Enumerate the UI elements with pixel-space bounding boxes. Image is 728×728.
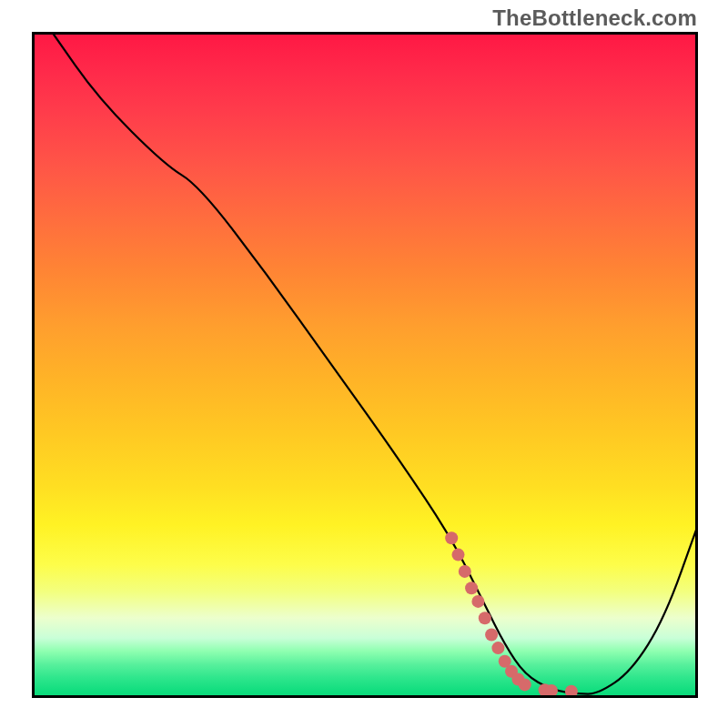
plot-background-gradient [32, 32, 698, 698]
watermark-text: TheBottleneck.com [492, 5, 697, 31]
plot-area [32, 32, 698, 698]
chart-stage: TheBottleneck.com [0, 0, 728, 728]
